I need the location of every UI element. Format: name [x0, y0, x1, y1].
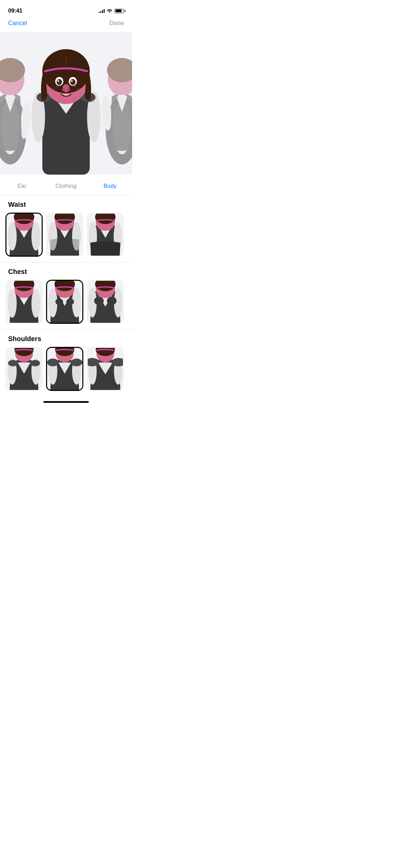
home-indicator [43, 401, 89, 403]
shoulders-options [0, 347, 132, 396]
svg-point-85 [71, 359, 82, 367]
chest-option-3[interactable] [87, 280, 124, 324]
waist-title: Waist [0, 195, 132, 213]
svg-point-71 [107, 297, 117, 305]
svg-rect-39 [118, 95, 126, 99]
svg-point-27 [54, 88, 55, 90]
waist-option-1[interactable] [5, 213, 43, 257]
chest-option-1[interactable] [5, 280, 43, 324]
shoulders-option-3[interactable] [87, 347, 124, 391]
status-icons [99, 8, 124, 14]
status-bar: 09:41 [0, 0, 132, 17]
svg-point-30 [61, 90, 63, 91]
chest-section: Chest [0, 262, 132, 330]
svg-point-84 [47, 359, 59, 367]
waist-section: Waist [0, 195, 132, 262]
shoulders-section: Shoulders [0, 330, 132, 396]
done-button[interactable]: Done [109, 20, 124, 27]
chest-option-2[interactable] [46, 280, 83, 324]
signal-icon [99, 9, 105, 13]
home-indicator-container [0, 396, 132, 409]
avatar-side-right [102, 46, 132, 175]
svg-point-63 [56, 299, 63, 305]
svg-rect-6 [6, 95, 14, 99]
chest-options [0, 280, 132, 329]
svg-point-22 [71, 80, 73, 82]
svg-point-78 [30, 360, 40, 367]
svg-point-70 [94, 297, 104, 305]
tab-clothing[interactable]: Clothing [44, 180, 88, 192]
svg-point-64 [66, 299, 74, 305]
svg-point-31 [69, 90, 71, 91]
nav-bar: Cancel Done [0, 17, 132, 32]
cancel-button[interactable]: Cancel [8, 20, 27, 27]
svg-point-28 [75, 86, 76, 87]
svg-point-29 [77, 88, 79, 90]
avatar-preview [0, 32, 132, 175]
avatar-main [25, 39, 107, 175]
waist-option-3[interactable] [87, 213, 124, 257]
svg-point-77 [8, 360, 18, 367]
shoulders-option-2[interactable] [46, 347, 83, 391]
waist-options [0, 213, 132, 262]
svg-point-26 [56, 86, 58, 87]
tab-ear[interactable]: Ear [0, 180, 44, 192]
shoulders-option-1[interactable] [5, 347, 43, 391]
svg-point-19 [57, 79, 62, 85]
svg-point-21 [58, 80, 59, 82]
waist-option-2[interactable] [46, 213, 83, 257]
battery-icon [114, 9, 124, 13]
wifi-icon [107, 8, 112, 14]
svg-point-57 [31, 289, 40, 318]
svg-point-20 [70, 79, 76, 85]
chest-title: Chest [0, 262, 132, 280]
tab-body[interactable]: Body [88, 180, 132, 192]
shoulders-title: Shoulders [0, 330, 132, 347]
svg-point-41 [8, 222, 17, 251]
status-time: 09:41 [8, 7, 22, 14]
svg-point-56 [8, 289, 17, 318]
tab-bar: Ear Clothing Body [0, 175, 132, 195]
svg-point-42 [31, 222, 40, 251]
